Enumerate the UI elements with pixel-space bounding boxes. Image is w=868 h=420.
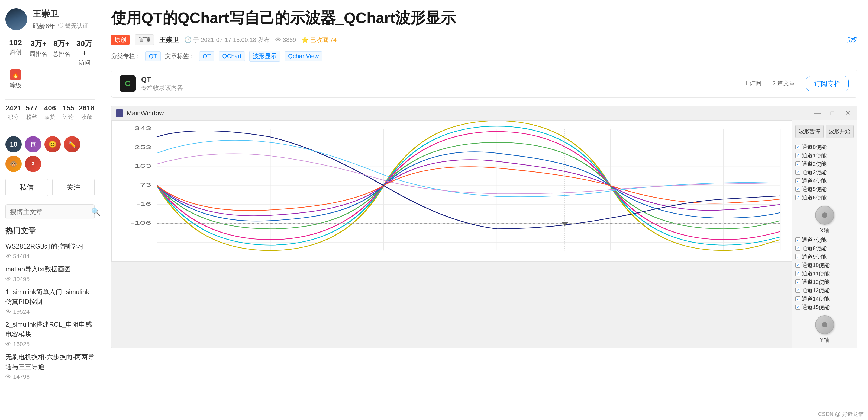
tag-original: 原创 [111,35,129,45]
hot-articles-title: 热门文章 [5,226,95,236]
col-info: QT 专栏收录该内容 [141,76,183,92]
channel-checkbox-11[interactable] [795,271,800,276]
list-item[interactable]: WS2812RGB灯的控制学习 👁 54484 [5,242,95,260]
svg-text:163: 163 [134,163,152,169]
search-input[interactable] [10,208,91,216]
meta-views: 👁 3889 [275,36,296,44]
col-stats: 1 订阅 2 篇文章 订阅专栏 [744,76,849,91]
svg-text:343: 343 [134,125,152,131]
channel-checkbox-0[interactable] [795,145,800,149]
channel-item-4: 通道4使能 [795,177,854,185]
channel-checkbox-12[interactable] [795,279,800,284]
channel-checkbox-3[interactable] [795,170,800,175]
category-tag-qt[interactable]: QT [145,51,161,61]
article-meta: 👁 19524 [5,308,95,315]
badge-monkey: 🐵 [5,156,22,172]
eye-icon: 👁 [5,253,11,260]
csdn-footer: CSDN @ 好奇龙猫 [814,408,868,420]
stat-weekly-rank: 3万+ 周排名 [28,38,49,67]
profile-name: 王崇卫 [33,8,89,20]
article-tag-waveform[interactable]: 波形显示 [249,51,280,62]
knob-y[interactable] [815,315,834,334]
channel-item-14: 通道14使能 [795,295,854,303]
badge-monkey2: 3 [25,156,41,172]
channel-checkbox-10[interactable] [795,263,800,268]
article-title: 2_simulink搭建RCL_电阻电感电容模块 [5,319,95,339]
mainwindow-body: 343 253 163 73 -16 -106 [112,120,857,348]
eye-icon: 👁 [5,276,11,283]
follow-button[interactable]: 关注 [52,178,95,196]
article-meta: 👁 16025 [5,341,95,348]
channel-checkbox-13[interactable] [795,288,800,293]
list-item[interactable]: 无刷电机换相-六步换向-两两导通与三三导通 👁 14796 [5,352,95,381]
article-title: WS2812RGB灯的控制学习 [5,242,95,251]
level-icon: 🔥 [10,69,21,80]
search-icon[interactable]: 🔍 [91,207,100,216]
list-item[interactable]: 2_simulink搭建RCL_电阻电感电容模块 👁 16025 [5,319,95,348]
badge-red: 😊 [44,136,61,152]
titlebar-icon [116,109,123,117]
eye-icon: 👁 [5,341,11,348]
badges-row: 10 恒 😊 ✏️ 🐵 3 [5,136,95,172]
edit-link[interactable]: 版权 [845,36,857,44]
channel-checkbox-15[interactable] [795,305,800,310]
channel-checkbox-7[interactable] [795,237,800,242]
channel-checkbox-2[interactable] [795,162,800,166]
mainwindow-titlebar: MainWindow — □ ✕ [112,106,857,120]
category-row: 分类专栏： QT 文章标签： QT QChart 波形显示 QchartView [111,51,857,62]
stat-visits: 30万+ 访问 [74,38,95,67]
message-button[interactable]: 私信 [5,178,48,196]
channel-checkbox-8[interactable] [795,246,800,251]
article-tag-qchart[interactable]: QChart [219,51,245,61]
star-icon: ⭐ [301,36,309,44]
channel-checkbox-5[interactable] [795,187,800,192]
list-item[interactable]: matlab导入txt数据画图 👁 30495 [5,264,95,283]
profile-age: 码龄6年 🛡 暂无认证 [33,22,89,30]
channel-list: 通道0使能 通道1使能 通道2使能 通道3使能 [795,143,854,201]
close-button[interactable]: ✕ [843,108,852,118]
article-title: 无刷电机换相-六步换向-两两导通与三三导通 [5,352,95,372]
stat-followers: 577 粉丝 [24,104,39,121]
stat-original: 102 原创 [5,38,26,67]
knob-x-label: X轴 [820,227,829,234]
subscribe-button[interactable]: 订阅专栏 [806,76,849,91]
minimize-button[interactable]: — [812,108,822,118]
maximize-button[interactable]: □ [828,108,837,118]
titlebar-controls: — □ ✕ [812,108,852,118]
svg-text:-106: -106 [131,220,151,225]
start-waveform-button[interactable]: 波形开始 [826,125,854,138]
eye-icon: 👁 [5,373,11,381]
profile-info: 王崇卫 码龄6年 🛡 暂无认证 [33,8,89,30]
knob-x-inner [822,213,827,218]
channel-checkbox-14[interactable] [795,296,800,301]
badge-10: 10 [5,136,22,152]
main-content: 使用QT的QChart写自己的示波器_QChart波形显示 原创 置顶 王崇卫 … [100,0,868,420]
pause-waveform-button[interactable]: 波形暂停 [795,125,824,138]
list-item[interactable]: 1_simulink简单入门_simulink仿真PID控制 👁 19524 [5,287,95,315]
knob-y-inner [822,322,827,328]
stat-total-rank: 8万+ 总排名 [52,38,72,67]
channel-checkbox-6[interactable] [795,195,800,200]
channel-checkbox-1[interactable] [795,153,800,158]
category-label: 分类专栏： [111,52,141,60]
titlebar-title: MainWindow [127,109,809,117]
channel-checkbox-9[interactable] [795,254,800,259]
channel-item-3: 通道3使能 [795,169,854,176]
channel-checkbox-4[interactable] [795,178,800,183]
channel-list-2: 通道7使能 通道8使能 通道9使能 通道10使能 [795,236,854,311]
channel-item-9: 通道9使能 [795,253,854,260]
stat-score: 2421 积分 [5,104,21,121]
channel-item-6: 通道6使能 [795,194,854,201]
meta-collect: ⭐ 已收藏 74 [301,36,337,44]
profile-section: 王崇卫 码龄6年 🛡 暂无认证 [5,8,95,30]
article-tag-qt[interactable]: QT [199,51,215,61]
knob-x[interactable] [815,206,834,225]
tag-top: 置顶 [135,34,154,45]
stat-collections: 2618 收藏 [79,104,95,121]
article-tag-qchartview[interactable]: QchartView [284,51,322,61]
meta-author[interactable]: 王崇卫 [159,35,179,44]
article-title: 1_simulink简单入门_simulink仿真PID控制 [5,287,95,307]
channel-item-7: 通道7使能 [795,236,854,244]
channel-item-11: 通道11使能 [795,270,854,277]
panel-top-buttons: 波形暂停 波形开始 [795,125,854,138]
